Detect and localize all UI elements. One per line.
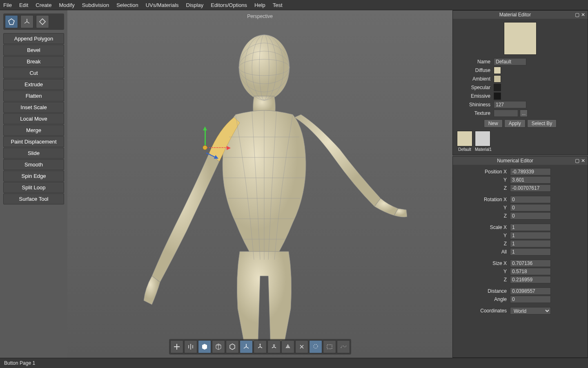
menu-editors-options[interactable]: Editors/Options <box>211 2 247 8</box>
material-editor-panel: Material Editor ▢ ✕ Name Diffuse Ambient <box>452 10 588 155</box>
rotation-z-input[interactable] <box>510 212 551 220</box>
menu-display[interactable]: Display <box>186 2 204 8</box>
tool-inset-scale[interactable]: Inset Scale <box>3 102 64 113</box>
menu-modify[interactable]: Modify <box>59 2 74 8</box>
texture-browse-button[interactable]: ... <box>520 110 528 117</box>
tool-surface-tool[interactable]: Surface Tool <box>3 193 64 204</box>
mode-diamond-icon[interactable] <box>36 15 49 28</box>
gizmo-center[interactable] <box>203 145 207 150</box>
menu-edit[interactable]: Edit <box>19 2 28 8</box>
rotation-x-input[interactable] <box>510 196 551 203</box>
tool-list: Append Polygon Bevel Break Cut Extrude F… <box>3 33 64 204</box>
mode-polygon-icon[interactable] <box>5 15 18 28</box>
tool-extrude[interactable]: Extrude <box>3 79 64 90</box>
scale-y-input[interactable] <box>510 232 551 239</box>
tool-bevel[interactable]: Bevel <box>3 45 64 56</box>
panel-close-icon[interactable]: ✕ <box>581 158 585 164</box>
menu-selection[interactable]: Selection <box>116 2 138 8</box>
material-new-button[interactable]: New <box>484 119 503 128</box>
vt-axis4-icon[interactable] <box>281 340 294 353</box>
mode-axis-icon[interactable] <box>20 15 33 28</box>
position-z-input[interactable] <box>510 184 551 192</box>
scale-z-label: Z <box>457 241 510 247</box>
menu-help[interactable]: Help <box>254 2 265 8</box>
vt-axis2-icon[interactable] <box>254 340 267 353</box>
distance-input[interactable] <box>510 287 551 295</box>
material-name-input[interactable] <box>494 58 526 65</box>
position-x-input[interactable] <box>510 168 551 175</box>
tool-merge[interactable]: Merge <box>3 125 64 136</box>
viewport-toolbar <box>169 339 351 355</box>
menu-create[interactable]: Create <box>36 2 51 8</box>
vt-rect-icon[interactable] <box>323 340 336 353</box>
tool-panel: Append Polygon Bevel Break Cut Extrude F… <box>0 10 67 358</box>
vt-axis1-icon[interactable] <box>240 340 253 353</box>
coordinates-select[interactable]: World <box>510 307 551 314</box>
menu-test[interactable]: Test <box>273 2 283 8</box>
vt-freeform-icon[interactable] <box>337 340 350 353</box>
scale-all-input[interactable] <box>510 248 551 256</box>
tool-spin-edge[interactable]: Spin Edge <box>3 171 64 182</box>
panel-maximize-icon[interactable]: ▢ <box>575 12 579 18</box>
tool-flatten[interactable]: Flatten <box>3 90 64 101</box>
tool-slide[interactable]: Slide <box>3 148 64 159</box>
position-y-input[interactable] <box>510 176 551 184</box>
tool-break[interactable]: Break <box>3 56 64 67</box>
material-preview <box>504 22 537 55</box>
rotation-z-label: Z <box>457 213 510 219</box>
gizmo-x-axis[interactable] <box>207 147 229 148</box>
scale-z-input[interactable] <box>510 240 551 247</box>
coordinates-label: Coordinates <box>457 308 510 314</box>
vt-wireframe-icon[interactable] <box>212 340 225 353</box>
angle-label: Angle <box>457 296 510 302</box>
model-figure <box>113 22 407 341</box>
specular-swatch[interactable] <box>494 84 501 91</box>
numerical-editor-panel: Numerical Editor ▢ ✕ Position X Y Z Rota… <box>452 156 588 358</box>
emissive-swatch[interactable] <box>494 92 501 100</box>
shininess-input[interactable] <box>494 101 526 108</box>
material-thumb-material1[interactable]: Material1 <box>475 131 492 152</box>
tool-append-polygon[interactable]: Append Polygon <box>3 33 64 44</box>
shininess-label: Shininess <box>457 102 494 108</box>
size-z-label: Z <box>457 277 510 283</box>
angle-input[interactable] <box>510 296 551 303</box>
tool-cut[interactable]: Cut <box>3 67 64 79</box>
svg-marker-0 <box>9 19 14 25</box>
vt-symmetry-icon[interactable] <box>184 340 197 353</box>
tool-local-move[interactable]: Local Move <box>3 113 64 124</box>
texture-input[interactable] <box>494 110 518 117</box>
vt-hexagon-icon[interactable] <box>226 340 239 353</box>
vt-link-icon[interactable] <box>295 340 308 353</box>
rotation-y-input[interactable] <box>510 204 551 211</box>
viewport-label: Perspective <box>247 13 273 19</box>
menu-subdivision[interactable]: Subdivision <box>82 2 109 8</box>
statusbar-text: Button Page 1 <box>4 360 35 366</box>
emissive-label: Emissive <box>457 93 494 99</box>
menu-uvs-materials[interactable]: UVs/Materials <box>146 2 179 8</box>
numerical-editor-title: Numerical Editor <box>455 158 575 164</box>
tool-smooth[interactable]: Smooth <box>3 159 64 170</box>
vt-axis3-icon[interactable] <box>267 340 281 353</box>
svg-point-12 <box>314 344 318 348</box>
tool-split-loop[interactable]: Split Loop <box>3 182 64 193</box>
size-x-input[interactable] <box>510 260 551 267</box>
vt-lasso-icon[interactable] <box>309 340 322 353</box>
menu-file[interactable]: File <box>3 2 12 8</box>
ambient-swatch[interactable] <box>494 75 501 83</box>
material-selectby-button[interactable]: Select By <box>527 119 557 128</box>
panel-close-icon[interactable]: ✕ <box>581 12 585 18</box>
material-editor-title: Material Editor <box>455 12 575 18</box>
material-apply-button[interactable]: Apply <box>504 119 526 128</box>
material-thumb-default[interactable]: Default <box>457 131 472 152</box>
diffuse-swatch[interactable] <box>494 67 501 74</box>
scale-x-input[interactable] <box>510 224 551 231</box>
vt-shaded-icon[interactable] <box>198 340 211 353</box>
distance-label: Distance <box>457 288 510 294</box>
panel-maximize-icon[interactable]: ▢ <box>575 158 579 164</box>
size-z-input[interactable] <box>510 276 551 283</box>
vt-move-icon[interactable] <box>170 340 183 353</box>
tool-paint-displacement[interactable]: Paint Displacement <box>3 136 64 147</box>
viewport[interactable]: Perspective <box>67 10 452 358</box>
texture-label: Texture <box>457 110 494 116</box>
size-y-input[interactable] <box>510 268 551 275</box>
